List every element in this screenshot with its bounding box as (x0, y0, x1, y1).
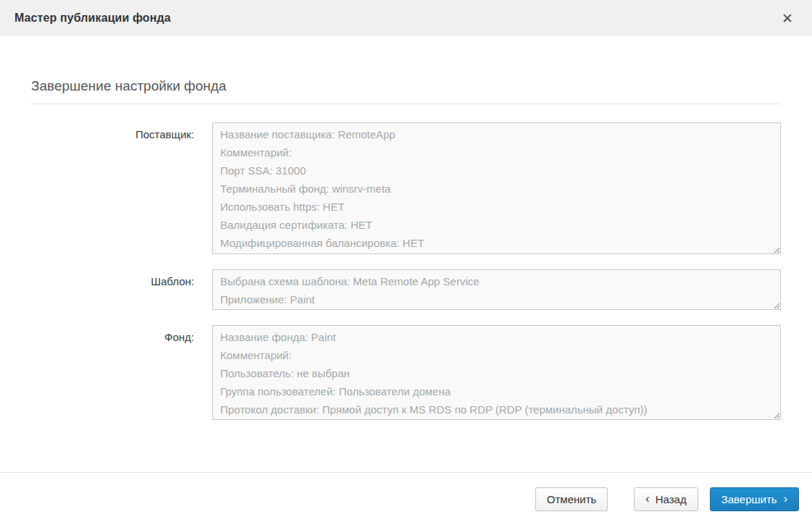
provider-summary-textarea[interactable]: Название поставщика: RemoteApp Комментар… (212, 122, 781, 254)
cancel-button-label: Отменить (547, 493, 597, 505)
back-button[interactable]: ‹ Назад (634, 487, 698, 511)
template-summary-textarea[interactable]: Выбрана схема шаблона: Meta Remote App S… (212, 269, 781, 310)
form-row-template: Шаблон: Выбрана схема шаблона: Meta Remo… (31, 269, 781, 310)
dialog-footer: Отменить ‹ Назад Завершить › (0, 472, 812, 525)
fund-publication-wizard-dialog: Мастер публикации фонда ✕ Завершение нас… (0, 0, 812, 525)
form-row-provider: Поставщик: Название поставщика: RemoteAp… (31, 122, 781, 254)
dialog-title: Мастер публикации фонда (14, 12, 171, 25)
form-row-fund: Фонд: Название фонда: Paint Комментарий:… (31, 325, 781, 420)
provider-label: Поставщик: (31, 122, 212, 140)
dialog-body: Завершение настройки фонда Поставщик: На… (0, 36, 812, 420)
chevron-left-icon: ‹ (645, 493, 649, 505)
section-title: Завершение настройки фонда (31, 78, 781, 94)
back-button-label: Назад (656, 493, 687, 505)
fund-summary-textarea[interactable]: Название фонда: Paint Комментарий: Польз… (212, 325, 781, 420)
finish-button-label: Завершить (721, 493, 777, 505)
chevron-right-icon: › (784, 493, 787, 505)
finish-button[interactable]: Завершить › (710, 487, 799, 511)
cancel-button[interactable]: Отменить (535, 487, 608, 511)
section-divider (31, 104, 781, 104)
fund-label: Фонд: (31, 325, 212, 343)
dialog-header: Мастер публикации фонда ✕ (0, 0, 812, 36)
close-icon[interactable]: ✕ (777, 9, 798, 28)
template-label: Шаблон: (31, 269, 212, 287)
